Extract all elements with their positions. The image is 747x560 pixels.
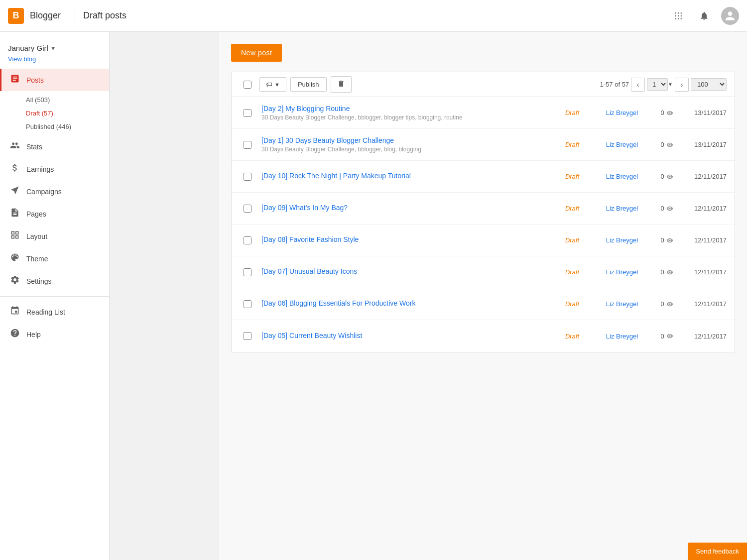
- post-title-3[interactable]: [Day 09] What's In My Bag?: [261, 204, 546, 212]
- post-checkbox-1[interactable]: [240, 141, 255, 149]
- label-button[interactable]: 🏷 ▼: [259, 77, 286, 92]
- post-date-5: 12/11/2017: [682, 268, 727, 276]
- post-views-2: 0: [652, 173, 682, 180]
- post-date-4: 12/11/2017: [682, 236, 727, 244]
- pagination: 1-57 of 57 ‹ 1 ▼ › 100 25 50: [600, 78, 727, 92]
- post-author-1[interactable]: Liz Breygel: [592, 141, 652, 148]
- sidebar-pages-label: Pages: [26, 210, 46, 218]
- post-checkbox-0[interactable]: [240, 109, 255, 117]
- post-views-6: 0: [652, 300, 682, 308]
- post-title-6[interactable]: [Day 06] Blogging Essentials For Product…: [261, 299, 546, 307]
- sidebar-item-published-posts[interactable]: Published (446): [0, 120, 109, 133]
- next-page-button[interactable]: ›: [675, 78, 689, 92]
- table-row: [Day 10] Rock The Night | Party Makeup T…: [232, 161, 735, 193]
- post-info-4: [Day 08] Favorite Fashion Style: [255, 235, 552, 245]
- post-title-2[interactable]: [Day 10] Rock The Night | Party Makeup T…: [261, 172, 546, 180]
- pagination-range: 1-57 of 57: [600, 81, 629, 88]
- post-checkbox-6[interactable]: [240, 300, 255, 308]
- post-author-7[interactable]: Liz Breygel: [592, 333, 652, 340]
- layout-icon: [9, 230, 20, 242]
- sidebar-item-help[interactable]: Help: [0, 323, 109, 345]
- select-all-checkbox[interactable]: [244, 81, 251, 89]
- grid-icon[interactable]: [669, 7, 687, 25]
- post-views-5: 0: [652, 268, 682, 276]
- post-views-4: 0: [652, 236, 682, 244]
- new-post-button[interactable]: New post: [231, 44, 282, 62]
- sidebar-layout-label: Layout: [26, 232, 47, 240]
- header-actions: [669, 7, 739, 25]
- post-author-0[interactable]: Liz Breygel: [592, 109, 652, 116]
- post-checkbox-5[interactable]: [240, 268, 255, 276]
- help-icon: [9, 328, 20, 340]
- sidebar-item-reading-list[interactable]: Reading List: [0, 301, 109, 323]
- per-page-select[interactable]: 100 25 50: [691, 78, 727, 91]
- posts-list: [Day 2] My Blogging Routine 30 Days Beau…: [232, 97, 735, 352]
- post-author-2[interactable]: Liz Breygel: [592, 173, 652, 180]
- post-title-1[interactable]: [Day 1] 30 Days Beauty Blogger Challenge: [261, 136, 546, 144]
- blog-name[interactable]: January Girl ▼: [0, 40, 109, 54]
- post-checkbox-7[interactable]: [240, 332, 255, 340]
- prev-page-button[interactable]: ‹: [631, 78, 645, 92]
- post-status-3: Draft: [552, 205, 592, 212]
- post-info-6: [Day 06] Blogging Essentials For Product…: [255, 299, 552, 309]
- send-feedback-button[interactable]: Send feedback: [688, 543, 747, 560]
- sidebar-item-theme[interactable]: Theme: [0, 247, 109, 270]
- reading-list-icon: [9, 306, 20, 318]
- table-row: [Day 09] What's In My Bag? Draft Liz Bre…: [232, 193, 735, 224]
- svg-point-6: [675, 18, 676, 19]
- post-checkbox-4[interactable]: [240, 236, 255, 244]
- delete-button[interactable]: [331, 76, 352, 93]
- stats-icon: [9, 140, 20, 153]
- view-blog-link[interactable]: View blog: [0, 54, 109, 69]
- post-date-0: 13/11/2017: [682, 109, 727, 116]
- svg-point-1: [678, 12, 679, 13]
- post-checkbox-2[interactable]: [240, 173, 255, 181]
- svg-point-8: [681, 18, 682, 19]
- post-author-6[interactable]: Liz Breygel: [592, 300, 652, 308]
- post-info-3: [Day 09] What's In My Bag?: [255, 204, 552, 213]
- main-content: New post 🏷 ▼ Publish 1-57 of 57: [219, 32, 747, 560]
- header-divider: [75, 9, 75, 23]
- sidebar-item-stats[interactable]: Stats: [0, 135, 109, 158]
- label-icon: 🏷: [266, 81, 272, 88]
- post-status-0: Draft: [552, 109, 592, 116]
- sidebar-item-all-posts[interactable]: All (503): [0, 93, 109, 107]
- post-title-7[interactable]: [Day 05] Current Beauty Wishlist: [261, 332, 546, 339]
- app-body: New post 🏷 ▼ Publish 1-57 of 57: [0, 32, 747, 560]
- post-checkbox-3[interactable]: [240, 205, 255, 213]
- sidebar-reading-list-label: Reading List: [26, 308, 65, 316]
- svg-point-7: [678, 18, 679, 19]
- page-title: Draft posts: [83, 10, 126, 21]
- post-author-3[interactable]: Liz Breygel: [592, 205, 652, 212]
- post-author-5[interactable]: Liz Breygel: [592, 268, 652, 276]
- sidebar-item-campaigns[interactable]: Campaigns: [0, 180, 109, 203]
- post-info-0: [Day 2] My Blogging Routine 30 Days Beau…: [255, 105, 552, 121]
- sidebar-item-draft-posts[interactable]: Draft (57): [0, 107, 109, 120]
- sidebar-theme-label: Theme: [26, 255, 48, 263]
- post-info-5: [Day 07] Unusual Beauty Icons: [255, 267, 552, 277]
- publish-button[interactable]: Publish: [290, 77, 327, 92]
- post-status-1: Draft: [552, 141, 592, 148]
- sidebar-item-layout[interactable]: Layout: [0, 225, 109, 247]
- sidebar-item-posts[interactable]: Posts: [0, 69, 109, 91]
- post-title-0[interactable]: [Day 2] My Blogging Routine: [261, 105, 546, 112]
- table-row: [Day 2] My Blogging Routine 30 Days Beau…: [232, 97, 735, 129]
- post-title-5[interactable]: [Day 07] Unusual Beauty Icons: [261, 267, 546, 275]
- post-tags-1: 30 Days Beauty Blogger Challenge, bblogg…: [261, 146, 546, 153]
- dropdown-arrow: ▼: [50, 45, 56, 52]
- post-info-2: [Day 10] Rock The Night | Party Makeup T…: [255, 172, 552, 181]
- sidebar-item-pages[interactable]: Pages: [0, 203, 109, 225]
- sidebar-item-earnings[interactable]: Earnings: [0, 158, 109, 180]
- select-all-wrapper[interactable]: [240, 77, 255, 93]
- notification-icon[interactable]: [695, 7, 713, 25]
- table-toolbar: 🏷 ▼ Publish 1-57 of 57 ‹ 1 ▼ ›: [232, 72, 735, 97]
- table-row: [Day 07] Unusual Beauty Icons Draft Liz …: [232, 256, 735, 288]
- sidebar-item-settings[interactable]: Settings: [0, 270, 109, 292]
- page-select[interactable]: 1: [647, 78, 668, 91]
- sidebar-earnings-label: Earnings: [26, 165, 54, 173]
- post-title-4[interactable]: [Day 08] Favorite Fashion Style: [261, 235, 546, 243]
- user-avatar[interactable]: [721, 7, 739, 25]
- post-status-6: Draft: [552, 300, 592, 308]
- post-author-4[interactable]: Liz Breygel: [592, 236, 652, 244]
- sidebar: January Girl ▼ View blog Posts All (503)…: [0, 32, 110, 560]
